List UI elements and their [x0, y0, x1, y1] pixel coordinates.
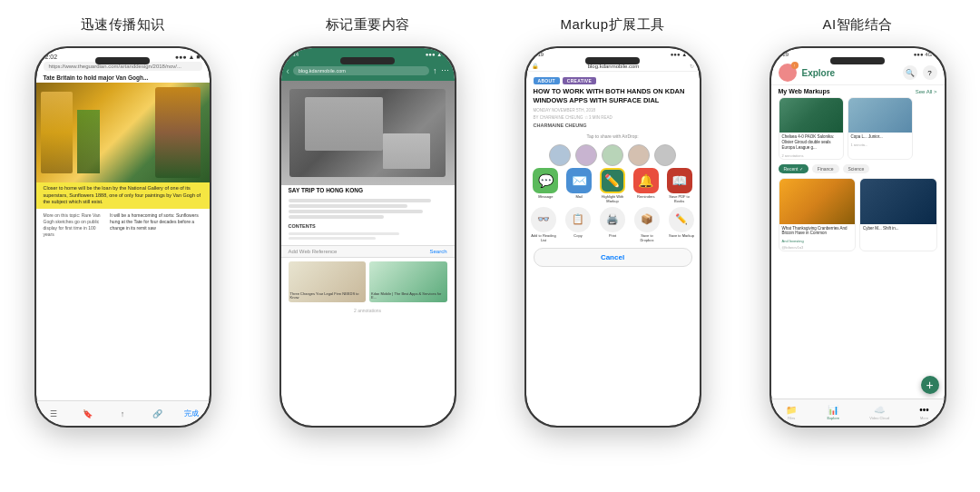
- phone-4-screen: 7:29 ●●● 4G ■ ! Explore 🔍 ?: [771, 48, 945, 426]
- p4-header-title: Explore: [802, 68, 836, 78]
- p1-tool-share[interactable]: ↑: [115, 407, 130, 421]
- p4-article-1[interactable]: What Thanksgiving Cranberries And Bitcoi…: [779, 178, 857, 252]
- p4-explore-label: Explore: [827, 416, 839, 420]
- p1-tool-menu[interactable]: ☰: [46, 407, 61, 421]
- p4-header: ! Explore 🔍 ?: [771, 61, 945, 85]
- p2-add-ref-label: Add Web Reference: [289, 249, 338, 254]
- p3-app-reminder-col[interactable]: 🔔 Reminders: [632, 168, 661, 203]
- p3-message-label: Message: [538, 194, 553, 199]
- p3-article-heading: HOW TO WORK WITH BOTH HANDS ON KDAN WIND…: [534, 87, 692, 105]
- p3-app-pdf-col[interactable]: 📖 Save PDF to Books: [665, 168, 694, 203]
- p3-print-label: Print: [609, 233, 616, 238]
- p4-tab-explore[interactable]: 📊 Explore: [827, 405, 839, 420]
- p2-thumb-2[interactable]: Kdan Mobile | The Best Apps & Services f…: [369, 261, 447, 302]
- p4-tab-more[interactable]: ••• More: [919, 405, 929, 420]
- p2-page-text: CONTENTS: [281, 195, 455, 245]
- p3-action-copy[interactable]: 📋 Copy: [565, 207, 591, 242]
- p3-app-mail-col[interactable]: ✉️ Mail: [564, 168, 593, 203]
- p4-see-all-button[interactable]: See All >: [916, 89, 937, 94]
- p3-share-contacts: [526, 141, 700, 168]
- p3-reminder-label: Reminders: [637, 194, 654, 199]
- phone-2-screen: 3:14 ●●● ▲ ■ ‹ blog.kdanmobile.com ↑ ⋯: [281, 48, 455, 426]
- p3-tag-creative: CREATIVE: [563, 77, 596, 84]
- p4-tab-video[interactable]: ☁️ Video Cloud: [869, 405, 889, 420]
- p4-article-2-title: Cyber M... Shift in...: [860, 224, 936, 233]
- section-4: AI智能结合 7:29 ●●● 4G ■ ! Explore: [735, 0, 980, 492]
- p4-files-icon: 📁: [786, 405, 797, 415]
- p3-app-message[interactable]: 💬 Message: [532, 168, 561, 203]
- p3-mail-icon[interactable]: ✉️: [566, 168, 592, 193]
- p3-action-print[interactable]: 🖨️ Print: [600, 207, 625, 242]
- p4-avatar[interactable]: !: [779, 64, 797, 82]
- p2-search-button[interactable]: Search: [429, 249, 446, 254]
- p4-filter-row: Recent ✓ Finance Science: [771, 162, 945, 175]
- p4-card-1[interactable]: Chelsea 4-0 PAOK Salonika: Olivier Girou…: [779, 97, 844, 160]
- p3-pdf-icon[interactable]: 📖: [667, 168, 692, 193]
- p3-contact-2[interactable]: [575, 144, 597, 166]
- p4-section-header: My Web Markups See All >: [771, 85, 945, 97]
- p4-article-1-title: What Thanksgiving Cranberries And Bitcoi…: [779, 224, 856, 239]
- p2-thumbnails: Three Changes Your Legal Firm NEEDS to K…: [281, 258, 455, 306]
- p3-tap-share-label: Tap to share with AirDrop:: [526, 132, 700, 141]
- p3-dropbox-icon[interactable]: 📦: [634, 207, 660, 232]
- p4-card-2[interactable]: Copa L... Junior... 1 annota...: [848, 97, 913, 160]
- p4-card-1-image: [779, 98, 843, 133]
- p4-search-icon[interactable]: 🔍: [903, 65, 917, 80]
- p3-meta-date: MONDAY NOVEMBER 5TH, 2018: [534, 108, 692, 113]
- p3-markup-icon[interactable]: ✏️: [669, 207, 694, 232]
- p4-time: 7:29: [779, 52, 789, 57]
- p4-tab-files[interactable]: 📁 Files: [786, 405, 797, 420]
- p3-reading-list-icon[interactable]: 👓: [531, 207, 556, 232]
- p2-url-pill[interactable]: blog.kdanmobile.com: [293, 66, 429, 75]
- p3-contact-4[interactable]: [628, 144, 650, 166]
- p4-explore-icon: 📊: [828, 405, 838, 415]
- p3-browser-bar: 🔒 blog.kdanmobile.com ↻: [526, 61, 700, 72]
- p3-copy-icon[interactable]: 📋: [565, 207, 591, 232]
- p4-fab-button[interactable]: +: [921, 376, 939, 394]
- p4-help-icon[interactable]: ?: [923, 65, 937, 80]
- p2-menu-icon[interactable]: ⋯: [441, 66, 449, 75]
- p3-author-name: CHARMAINE CHEUNG: [534, 123, 692, 128]
- p4-avatar-badge: !: [791, 62, 799, 69]
- p4-card-2-title: Copa L... Junior...: [848, 133, 912, 142]
- phone-1-screen: 2:02 ●●● ▲ ■ https://www.theguardian.com…: [36, 48, 210, 426]
- p3-message-icon[interactable]: 💬: [533, 168, 558, 193]
- p4-filter-science[interactable]: Science: [843, 164, 870, 173]
- p3-refresh-icon[interactable]: ↻: [690, 63, 694, 69]
- section-2-title: 标记重要内容: [326, 16, 410, 34]
- p3-action-markup[interactable]: ✏️ Save to Markup: [669, 207, 694, 242]
- p1-tool-bookmark[interactable]: 🔖: [81, 407, 95, 421]
- p1-tool-link[interactable]: 🔗: [150, 407, 164, 421]
- p3-pdf-label: Save PDF to Books: [665, 194, 694, 203]
- p3-print-icon[interactable]: 🖨️: [600, 207, 625, 232]
- p3-cancel-button[interactable]: Cancel: [534, 248, 692, 267]
- p4-article-1-tag: And Investing: [779, 238, 856, 244]
- p3-action-dropbox[interactable]: 📦 Save to Dropbox: [634, 207, 660, 242]
- p2-nav-icons: ↑ ⋯: [433, 66, 449, 75]
- p2-annotations: 2 annotations: [281, 306, 455, 315]
- p2-back-icon[interactable]: ‹: [287, 66, 289, 76]
- p4-article-1-annot: @kdanov1a3: [779, 244, 856, 251]
- section-1: 迅速传播知识 2:02 ●●● ▲ ■ https://www.theguard…: [0, 0, 245, 492]
- p2-share-icon[interactable]: ↑: [433, 66, 437, 75]
- p4-filter-recent[interactable]: Recent ✓: [779, 164, 808, 173]
- p1-highlighted-text: Closer to home will be the loan by the N…: [36, 182, 210, 209]
- p3-tags: ABOUT CREATIVE: [534, 77, 692, 84]
- p2-page-title: SAY TRIP TO HONG KONG: [281, 185, 455, 195]
- p1-url-bar[interactable]: https://www.theguardian.com/artanddesign…: [44, 62, 202, 71]
- p1-toolbar: ☰ 🔖 ↑ 🔗 完成: [36, 400, 210, 426]
- p2-thumb-1[interactable]: Three Changes Your Legal Firm NEEDS to K…: [289, 261, 367, 302]
- p3-contact-3[interactable]: [602, 144, 623, 166]
- p1-done-button[interactable]: 完成: [184, 408, 199, 418]
- p3-action-reading[interactable]: 👓 Add to Reading List: [531, 207, 556, 242]
- p3-status-bar: 3:19 ●●● ▲ ■: [526, 48, 700, 61]
- p4-files-label: Files: [788, 416, 795, 420]
- p3-app-highlight-col[interactable]: ✏️ Highlight With Markup: [598, 168, 627, 203]
- p3-contact-1[interactable]: [549, 144, 571, 166]
- p3-contact-5[interactable]: [654, 144, 676, 166]
- p4-filter-finance[interactable]: Finance: [812, 164, 839, 173]
- p3-reminder-icon[interactable]: 🔔: [633, 168, 659, 193]
- p4-article-2[interactable]: Cyber M... Shift in...: [859, 178, 937, 252]
- p3-highlight-icon[interactable]: ✏️: [600, 168, 625, 193]
- section-3-title: Markup扩展工具: [560, 16, 664, 34]
